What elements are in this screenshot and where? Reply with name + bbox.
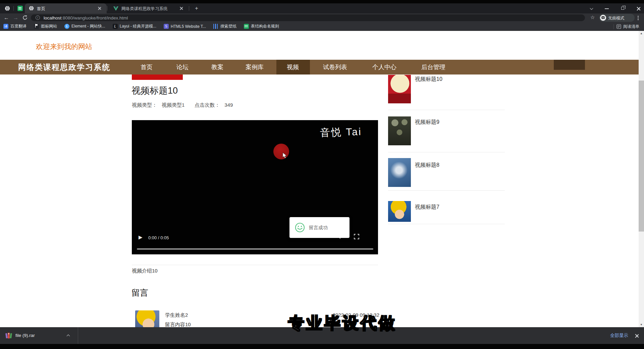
reload-button[interactable] (21, 15, 29, 22)
related-thumbnail-4[interactable] (388, 201, 411, 222)
forward-button[interactable]: → (12, 14, 19, 21)
nav-item-personal-center[interactable]: 个人中心 (372, 60, 396, 74)
shelf-divider (78, 327, 78, 344)
baidu-translate-icon: 译 (3, 24, 8, 29)
smiley-success-icon (295, 222, 305, 233)
commenter-name: 学生姓名2 (165, 312, 188, 318)
chevron-down-icon (590, 7, 593, 10)
scrollbar-down-icon[interactable]: ▼ (639, 323, 644, 326)
nav-item-exam-list[interactable]: 试卷列表 (323, 60, 347, 74)
video-page-title: 视频标题10 (131, 85, 178, 97)
nav-item-case-library[interactable]: 案例库 (246, 60, 264, 74)
restore-icon (621, 7, 624, 10)
clipped-red-button[interactable] (132, 74, 183, 80)
tab-system[interactable]: 网络类课程思政学习系统 (108, 3, 189, 13)
video-description: 视频介绍10 (132, 268, 158, 274)
bookmarks-bar: 译百度翻译 图标网站 EElement - 网站快... LLayui - 经典… (0, 22, 644, 31)
minimize-icon (605, 8, 609, 9)
site-navbar: 网络类课程思政学习系统 首页 论坛 教案 案例库 视频 试卷列表 个人中心 后台… (0, 60, 639, 74)
site-info-icon[interactable]: i (36, 15, 40, 20)
video-type-label: 视频类型： (132, 102, 157, 108)
bookmarks-right: 阅读清单 (613, 22, 639, 31)
site-brand[interactable]: 网络类课程思政学习系统 (18, 60, 110, 74)
related-title-2[interactable]: 视频标题9 (415, 119, 439, 126)
browser-menu-icon[interactable] (638, 17, 639, 18)
show-all-downloads-link[interactable]: 全部显示 (610, 327, 628, 344)
page-scrollbar[interactable]: ▲ ▼ (639, 31, 644, 327)
address-bar[interactable]: i localhost:8080/wangluoke/front/index.h… (31, 14, 585, 21)
nav-item-video-active[interactable]: 视频 (287, 60, 299, 74)
download-filename: file (9).rar (15, 327, 35, 344)
play-button[interactable]: ▶ (139, 234, 143, 240)
tab-divider (13, 6, 14, 11)
reload-icon (22, 15, 28, 20)
url-path: :8080/wangluoke/front/index.html (61, 15, 128, 20)
new-tab-button[interactable]: + (193, 5, 200, 12)
toast-message: 留言成功 (309, 225, 328, 231)
bookmark-wallpaper-search[interactable]: 搜索壁纸 (213, 23, 236, 29)
mouse-cursor-icon (282, 152, 288, 160)
tab-home[interactable]: 首页 (25, 3, 107, 13)
tab-home-favicon-globe-icon (29, 6, 34, 12)
download-item[interactable]: file (9).rar (0, 327, 78, 344)
success-toast: 留言成功 (289, 217, 350, 238)
nav-item-lesson-plans[interactable]: 教案 (211, 60, 223, 74)
tab-divider (189, 6, 189, 11)
fullscreen-button[interactable] (354, 234, 359, 241)
video-meta: 视频类型：视频类型1点击次数：349 (132, 102, 233, 108)
url-text: localhost:8080/wangluoke/front/index.htm… (44, 15, 128, 20)
window-restore-button[interactable] (619, 5, 627, 11)
bookmark-baidu-translate[interactable]: 译百度翻译 (3, 23, 26, 29)
pinned-tab-globe[interactable] (5, 6, 10, 11)
bookmark-layui[interactable]: LLayui - 经典开源模... (113, 23, 156, 29)
shelf-close-icon[interactable] (635, 334, 639, 337)
fullscreen-icon (354, 234, 359, 239)
video-type-value: 视频类型1 (162, 102, 184, 108)
download-chevron-up-icon[interactable] (67, 335, 70, 338)
tab-home-close-icon[interactable] (98, 7, 101, 10)
reading-list-label: 阅读清单 (623, 24, 639, 30)
incognito-label: 无痕模式 (608, 15, 624, 21)
comments-heading: 留言 (131, 287, 148, 298)
tab-divider (107, 6, 107, 11)
incognito-icon (600, 15, 606, 21)
bookmark-html5-template[interactable]: 5HTML5 Website T... (164, 24, 206, 29)
divider (388, 110, 505, 110)
scrollbar-up-icon[interactable]: ▲ (639, 32, 644, 35)
pinned-tab-sheets[interactable] (17, 6, 23, 11)
related-title-1[interactable]: 视频标题10 (415, 76, 442, 83)
nav-item-home[interactable]: 首页 (141, 60, 153, 74)
video-watermark: 音悦 Tai (320, 125, 362, 140)
window-minimize-button[interactable] (602, 5, 611, 11)
related-title-4[interactable]: 视频标题7 (415, 204, 439, 211)
nav-item-admin[interactable]: 后台管理 (421, 60, 445, 74)
related-thumbnail-2[interactable] (388, 116, 411, 145)
url-host: localhost (44, 15, 61, 20)
window-close-button[interactable] (635, 5, 643, 11)
back-button[interactable]: ← (3, 14, 10, 21)
web-page: 欢迎来到我的网站 网络类课程思政学习系统 首页 论坛 教案 案例库 视频 试卷列… (0, 31, 639, 327)
nav-item-forum[interactable]: 论坛 (176, 60, 189, 74)
bookmarks-divider (613, 24, 614, 29)
window-dropdown-button[interactable] (587, 5, 596, 11)
reading-list-button[interactable]: 阅读清单 (616, 24, 639, 30)
video-clicks-label: 点击次数： (195, 102, 220, 108)
bookmark-icon-site[interactable]: 图标网站 (34, 23, 57, 29)
scrollbar-thumb[interactable] (639, 81, 644, 232)
bookmark-element[interactable]: EElement - 网站快... (64, 23, 105, 29)
waves-icon (213, 24, 218, 29)
tab-system-close-icon[interactable] (180, 7, 183, 10)
winrar-icon (5, 332, 12, 339)
bookmark-table-naming[interactable]: 表结构命名规则 (244, 23, 279, 29)
bookmark-star-icon[interactable]: ☆ (590, 14, 595, 20)
globe-icon (5, 6, 10, 11)
related-title-3[interactable]: 视频标题8 (415, 162, 439, 169)
commenter-avatar (135, 310, 159, 327)
related-thumbnail-3[interactable] (388, 158, 411, 187)
browser-toolbar: ← → i localhost:8080/wangluoke/front/ind… (0, 13, 644, 22)
related-thumbnail-1[interactable] (388, 75, 411, 103)
incognito-badge: 无痕模式 (599, 14, 635, 22)
welcome-text: 欢迎来到我的网站 (36, 42, 92, 51)
divider (388, 224, 505, 224)
video-progress-bar[interactable] (137, 248, 373, 250)
